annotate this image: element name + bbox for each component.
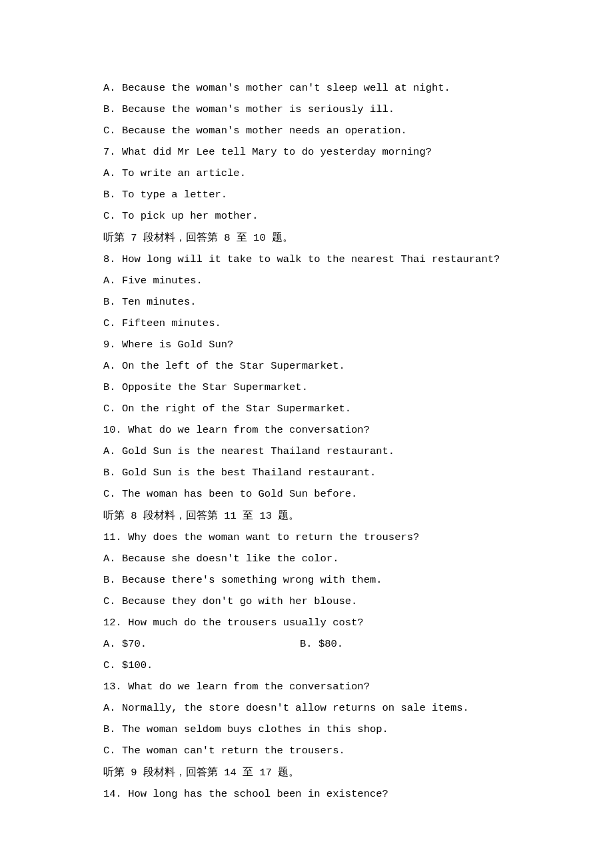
text-line: A. Because she doesn't like the color. <box>103 548 510 569</box>
text-line: 10. What do we learn from the conversati… <box>103 419 510 441</box>
text-line: 7. What did Mr Lee tell Mary to do yeste… <box>103 141 510 163</box>
text-line: 11. Why does the woman want to return th… <box>103 527 510 548</box>
text-line: A. To write an article. <box>103 163 510 184</box>
text-line: A. Five minutes. <box>103 270 510 291</box>
text-line: 听第 9 段材料，回答第 14 至 17 题。 <box>103 762 510 783</box>
text-line: B. Opposite the Star Supermarket. <box>103 377 510 398</box>
text-line: A. Because the woman's mother can't slee… <box>103 77 510 99</box>
answer-row: A. $70. B. $80. <box>103 633 510 655</box>
text-line: 12. How much do the trousers usually cos… <box>103 612 510 633</box>
text-line: 8. How long will it take to walk to the … <box>103 249 510 270</box>
text-line: C. On the right of the Star Supermarket. <box>103 398 510 419</box>
text-line: 听第 7 段材料，回答第 8 至 10 题。 <box>103 227 510 249</box>
text-line: 听第 8 段材料，回答第 11 至 13 题。 <box>103 505 510 527</box>
text-line: C. The woman can't return the trousers. <box>103 740 510 761</box>
text-line: A. Normally, the store doesn't allow ret… <box>103 697 510 719</box>
text-line: C. Because they don't go with her blouse… <box>103 591 510 612</box>
text-line: A. Gold Sun is the nearest Thailand rest… <box>103 441 510 462</box>
text-line: B. To type a letter. <box>103 184 510 205</box>
text-line: A. On the left of the Star Supermarket. <box>103 355 510 377</box>
text-line: B. The woman seldom buys clothes in this… <box>103 719 510 740</box>
text-line: B. Gold Sun is the best Thailand restaur… <box>103 462 510 483</box>
text-line: 13. What do we learn from the conversati… <box>103 676 510 697</box>
text-line: B. Ten minutes. <box>103 291 510 313</box>
text-line: 9. Where is Gold Sun? <box>103 334 510 355</box>
text-line: C. Fifteen minutes. <box>103 313 510 334</box>
text-line: C. Because the woman's mother needs an o… <box>103 120 510 141</box>
text-line: C. To pick up her mother. <box>103 205 510 227</box>
option-a: A. $70. <box>103 633 300 655</box>
text-line: C. The woman has been to Gold Sun before… <box>103 483 510 505</box>
text-line: C. $100. <box>103 655 510 676</box>
document-page: A. Because the woman's mother can't slee… <box>0 0 613 868</box>
text-line: B. Because there's something wrong with … <box>103 569 510 591</box>
text-line: B. Because the woman's mother is serious… <box>103 99 510 120</box>
text-line: 14. How long has the school been in exis… <box>103 783 510 805</box>
option-b: B. $80. <box>300 633 343 655</box>
